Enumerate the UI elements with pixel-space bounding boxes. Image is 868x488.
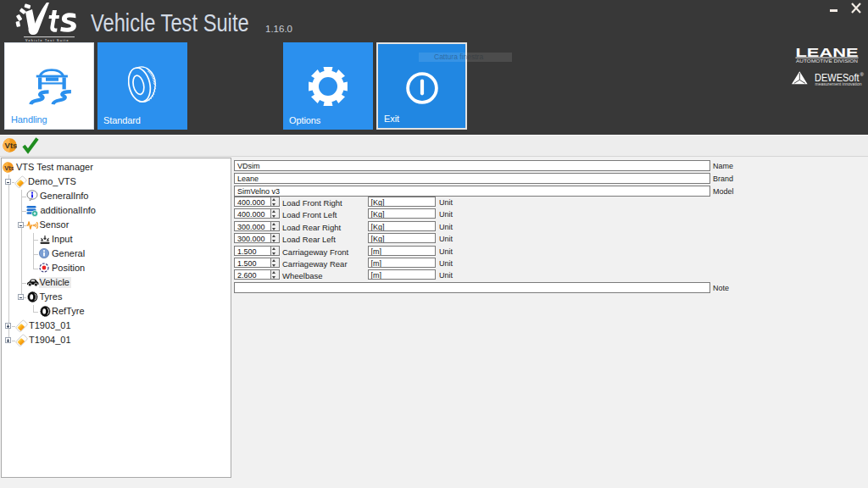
svg-text:Vts: Vts [4, 164, 14, 171]
svg-text:LEANE: LEANE [796, 46, 859, 59]
svg-text:®: ® [860, 72, 865, 77]
svg-text:measurement innovation: measurement innovation [815, 81, 862, 86]
svg-text:Vehicle Test Suite: Vehicle Test Suite [25, 39, 70, 42]
svg-text:AUTOMOTIVE DIVISION: AUTOMOTIVE DIVISION [796, 59, 859, 64]
svg-text:Vts: Vts [5, 141, 17, 150]
